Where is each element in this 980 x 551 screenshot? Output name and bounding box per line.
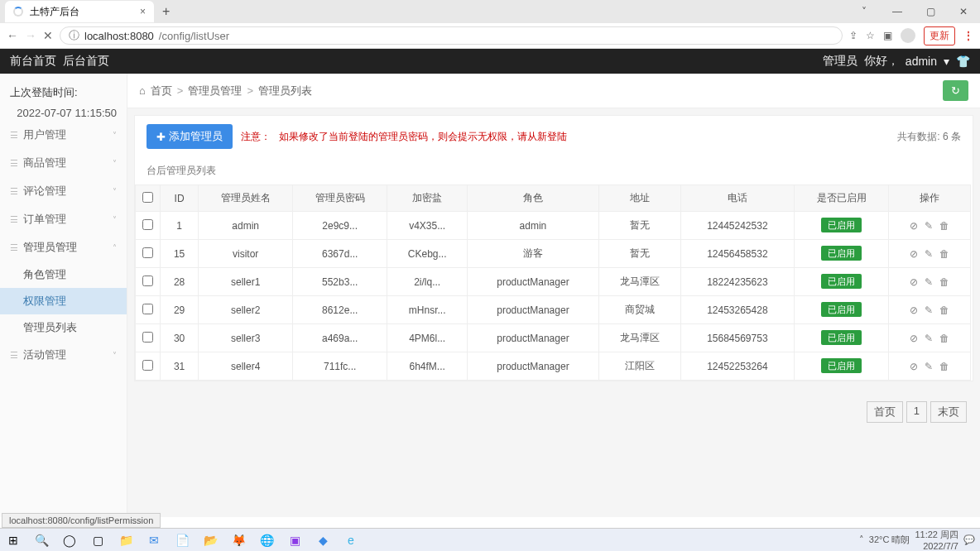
add-admin-button[interactable]: ✚ 添加管理员 <box>147 124 233 149</box>
disable-icon[interactable]: ⊘ <box>910 304 918 316</box>
comment-icon: ☰ <box>10 186 18 197</box>
row-checkbox[interactable] <box>142 360 153 371</box>
taskview-icon[interactable]: ▢ <box>89 532 106 549</box>
nav-back[interactable]: 后台首页 <box>63 54 109 69</box>
sidebar-item-products[interactable]: ☰ 商品管理 ˅ <box>0 149 127 177</box>
cell-pwd: 2e9c9... <box>293 212 387 240</box>
disable-icon[interactable]: ⊘ <box>910 220 918 232</box>
address-bar: ← → ✕ ⓘ localhost:8080/config/listUser ⇪… <box>0 23 980 48</box>
ide-icon[interactable]: ▣ <box>286 532 303 549</box>
close-window-icon[interactable]: ✕ <box>947 0 980 23</box>
ie-icon[interactable]: e <box>343 532 359 549</box>
cell-name: seller4 <box>199 352 293 381</box>
explorer-icon[interactable]: 📁 <box>118 532 134 549</box>
star-icon[interactable]: ☆ <box>866 30 875 41</box>
back-icon[interactable]: ← <box>7 29 18 42</box>
table-row: 30 seller3 a469a... 4PM6l... productMana… <box>136 324 971 352</box>
sidebar-item-comments[interactable]: ☰ 评论管理 ˅ <box>0 177 127 205</box>
delete-icon[interactable]: 🗑 <box>939 304 949 316</box>
row-checkbox[interactable] <box>142 219 153 230</box>
mail-icon[interactable]: ✉ <box>146 532 162 549</box>
menu-icon[interactable]: ⋮ <box>963 30 973 41</box>
edit-icon[interactable]: ✎ <box>925 361 933 372</box>
breadcrumb-l1[interactable]: 管理员管理 <box>188 84 242 98</box>
sidebar-item-users[interactable]: ☰ 用户管理 ˅ <box>0 121 127 149</box>
app-icon[interactable]: 📄 <box>174 532 190 549</box>
delete-icon[interactable]: 🗑 <box>939 220 949 232</box>
cell-pwd: 711fc... <box>293 352 387 381</box>
disable-icon[interactable]: ⊘ <box>910 248 918 260</box>
submenu-admin-list[interactable]: 管理员列表 <box>0 314 127 341</box>
close-icon[interactable]: × <box>140 6 146 17</box>
select-all-checkbox[interactable] <box>142 192 153 203</box>
cell-addr: 商贸城 <box>598 296 680 324</box>
cortana-icon[interactable]: ◯ <box>61 532 78 549</box>
cell-salt: 4PM6l... <box>387 324 468 352</box>
cell-addr: 暂无 <box>598 240 680 268</box>
edit-icon[interactable]: ✎ <box>925 220 933 232</box>
cell-addr: 龙马潭区 <box>598 324 680 352</box>
taskbar: ⊞ 🔍 ◯ ▢ 📁 ✉ 📄 📂 🦊 🌐 ▣ ◆ e ˄ 32°C 晴朗 11:2… <box>0 528 980 551</box>
share-icon[interactable]: ⇪ <box>849 30 858 41</box>
sidebar-item-admins[interactable]: ☰ 管理员管理 ˄ <box>0 233 127 261</box>
clock-time[interactable]: 11:22 周四 <box>915 529 958 539</box>
pager-first[interactable]: 首页 <box>867 401 903 423</box>
row-checkbox[interactable] <box>142 276 153 286</box>
chevron-up-icon: ˄ <box>113 243 117 252</box>
disable-icon[interactable]: ⊘ <box>910 276 918 288</box>
edit-icon[interactable]: ✎ <box>925 276 933 288</box>
minimize-icon[interactable]: — <box>881 0 914 23</box>
disable-icon[interactable]: ⊘ <box>910 361 918 372</box>
col-salt: 加密盐 <box>387 185 468 212</box>
delete-icon[interactable]: 🗑 <box>939 361 949 372</box>
delete-icon[interactable]: 🗑 <box>939 333 949 344</box>
submenu-permissions[interactable]: 权限管理 <box>0 288 127 314</box>
search-icon[interactable]: 🔍 <box>33 532 50 549</box>
edit-icon[interactable]: ✎ <box>925 304 933 316</box>
refresh-button[interactable]: ↻ <box>943 80 968 101</box>
extension-icon[interactable]: ▣ <box>883 30 892 41</box>
home-icon[interactable]: ⌂ <box>139 84 146 97</box>
chrome-icon[interactable]: 🌐 <box>258 532 275 549</box>
disable-icon[interactable]: ⊘ <box>910 333 918 344</box>
chevron-down-icon[interactable]: ▾ <box>944 55 949 68</box>
status-badge: 已启用 <box>821 330 862 345</box>
status-badge: 已启用 <box>821 246 862 261</box>
profile-avatar-icon[interactable] <box>901 28 915 43</box>
row-checkbox[interactable] <box>142 247 153 258</box>
update-button[interactable]: 更新 <box>924 26 955 46</box>
browser-tab[interactable]: 土特产后台 × <box>5 1 154 22</box>
sidebar-item-activities[interactable]: ☰ 活动管理 ˅ <box>0 341 127 369</box>
pager-page[interactable]: 1 <box>906 401 927 423</box>
edit-icon[interactable]: ✎ <box>925 333 933 344</box>
clock-date[interactable]: 2022/7/7 <box>923 541 958 551</box>
window-dropdown-icon[interactable]: ˅ <box>848 0 881 23</box>
cell-salt: 2i/lq... <box>387 268 468 296</box>
firefox-icon[interactable]: 🦊 <box>230 532 247 549</box>
notifications-icon[interactable]: 💬 <box>963 534 975 545</box>
tray-up-icon[interactable]: ˄ <box>859 534 864 545</box>
submenu-roles[interactable]: 角色管理 <box>0 261 127 288</box>
breadcrumb-l2: 管理员列表 <box>258 84 312 98</box>
user-role: 管理员 <box>823 54 858 69</box>
cell-phone: 12453265428 <box>680 296 794 324</box>
stop-icon[interactable]: ✕ <box>43 29 53 42</box>
forward-icon[interactable]: → <box>25 29 36 42</box>
maximize-icon[interactable]: ▢ <box>914 0 947 23</box>
row-checkbox[interactable] <box>142 332 153 343</box>
new-tab-button[interactable]: + <box>154 4 178 19</box>
delete-icon[interactable]: 🗑 <box>939 276 949 288</box>
folder-icon[interactable]: 📂 <box>202 532 219 549</box>
sidebar-item-orders[interactable]: ☰ 订单管理 ˅ <box>0 205 127 233</box>
start-icon[interactable]: ⊞ <box>5 532 22 549</box>
breadcrumb-home[interactable]: 首页 <box>151 84 172 98</box>
pager-last[interactable]: 末页 <box>930 401 967 423</box>
weather-text[interactable]: 32°C 晴朗 <box>869 534 910 546</box>
row-checkbox[interactable] <box>142 304 153 314</box>
user-icon[interactable]: 👕 <box>956 55 970 68</box>
edit-icon[interactable]: ✎ <box>925 248 933 260</box>
url-input[interactable]: ⓘ localhost:8080/config/listUser <box>60 26 843 45</box>
app2-icon[interactable]: ◆ <box>315 532 331 549</box>
nav-front[interactable]: 前台首页 <box>10 54 56 69</box>
delete-icon[interactable]: 🗑 <box>939 248 949 260</box>
